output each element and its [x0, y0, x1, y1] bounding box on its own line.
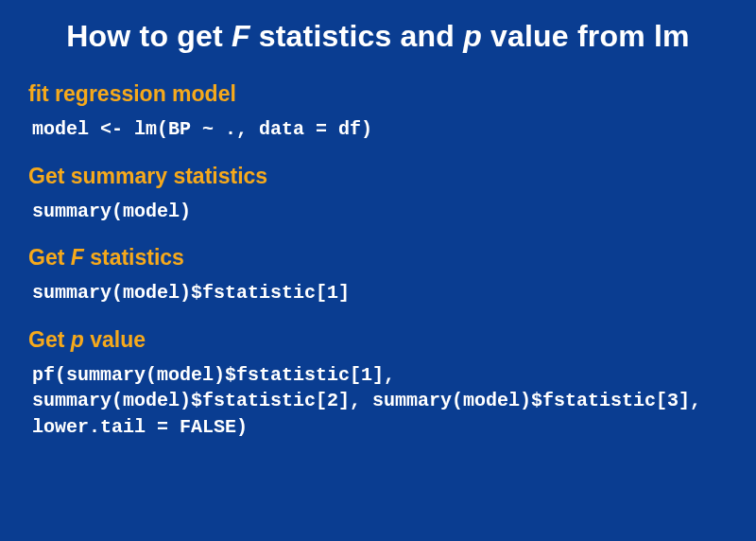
code-f-statistics: summary(model)$fstatistic[1] [28, 280, 728, 306]
heading-p-post: value [84, 327, 146, 352]
heading-f-post: statistics [84, 245, 184, 270]
title-f-italic: F [232, 19, 250, 53]
heading-f-italic: F [71, 245, 84, 270]
title-text-pre: How to get [66, 19, 232, 53]
title-text-post: value from lm [482, 19, 690, 53]
heading-f-pre: Get [28, 245, 71, 270]
title-p-italic: p [463, 19, 482, 53]
section-summary-stats: Get summary statistics summary(model) [28, 164, 728, 225]
heading-p-italic: p [71, 327, 84, 352]
slide-container: How to get F statistics and p value from… [0, 0, 756, 460]
heading-f-statistics: Get F statistics [28, 245, 728, 270]
code-summary-stats: summary(model) [28, 199, 728, 225]
heading-fit-model: fit regression model [28, 81, 728, 107]
page-title: How to get F statistics and p value from… [28, 17, 728, 55]
heading-p-value: Get p value [28, 327, 728, 353]
section-p-value: Get p value pf(summary(model)$fstatistic… [28, 327, 728, 441]
section-f-statistics: Get F statistics summary(model)$fstatist… [28, 245, 728, 306]
heading-summary-stats: Get summary statistics [28, 164, 728, 189]
title-text-mid: statistics and [250, 19, 464, 53]
heading-p-pre: Get [28, 327, 71, 352]
code-fit-model: model <- lm(BP ~ ., data = df) [28, 116, 728, 143]
section-fit-model: fit regression model model <- lm(BP ~ .,… [28, 81, 728, 143]
code-p-value: pf(summary(model)$fstatistic[1], summary… [28, 362, 728, 441]
